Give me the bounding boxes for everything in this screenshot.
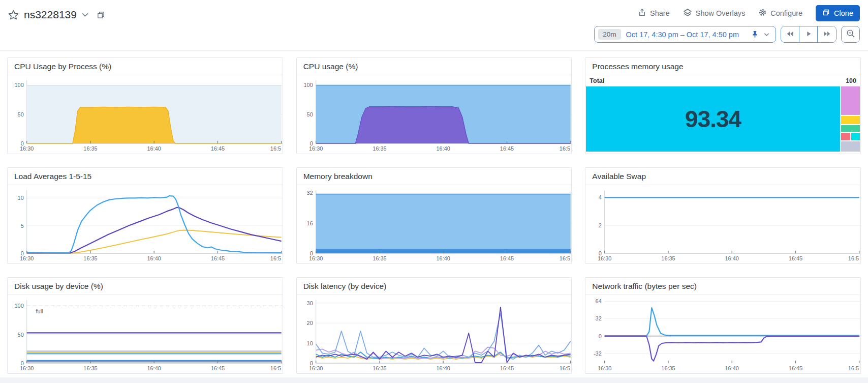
treemap-row [841,116,860,124]
treemap-header: Total 100 [585,75,860,86]
time-range-selector[interactable]: 20m Oct 17, 4:30 pm – Oct 17, 4:50 pm [594,26,776,43]
treemap-cell-proc-d[interactable] [841,133,850,140]
svg-text:16:30: 16:30 [20,255,34,261]
panel-available-swap[interactable]: Available Swap 02416:3016:3516:4016:4516… [585,167,861,264]
svg-text:16:40: 16:40 [725,365,739,371]
svg-text:16:45: 16:45 [211,255,225,261]
treemap-row [841,141,860,152]
gear-icon [758,8,767,18]
chart-disk-latency[interactable]: 010203016:3016:3516:4016:4516:5 [297,295,572,372]
treemap-row [841,86,860,115]
svg-text:32: 32 [596,315,602,321]
time-range-text: Oct 17, 4:30 pm – Oct 17, 4:50 pm [626,31,739,39]
svg-text:16:30: 16:30 [20,365,34,371]
svg-text:16:5: 16:5 [270,365,281,371]
svg-text:16:40: 16:40 [147,145,161,152]
time-play-button[interactable] [799,26,818,42]
treemap-total-label: Total [590,77,604,84]
show-overlays-button[interactable]: Show Overlays [683,8,746,19]
svg-text:16:35: 16:35 [662,255,675,261]
panel-processes-memory-usage[interactable]: Processes memory usage Total 100 93.34 [585,57,861,154]
dashboard-title: ns3228139 [24,9,77,21]
panel-disk-usage-by-device[interactable]: Disk usage by device (%) 050100full16:30… [7,277,283,374]
chart-load-averages[interactable]: 051016:3016:3516:4016:4516:5 [8,185,283,262]
svg-text:16: 16 [306,220,313,226]
panel-title: Network traffic (bytes per sec) [585,278,860,295]
svg-text:100: 100 [15,82,24,88]
time-playback-controls [781,26,836,43]
dashboard-header: ns3228139 Share Show Overlays [0,0,868,51]
svg-text:50: 50 [18,111,24,117]
svg-text:16:35: 16:35 [373,365,386,371]
treemap[interactable]: 93.34 [585,86,860,152]
configure-button[interactable]: Configure [758,8,802,18]
svg-text:16:5: 16:5 [560,365,570,371]
treemap-main-value: 93.34 [685,105,741,133]
svg-text:16:5: 16:5 [848,255,859,261]
treemap-cell-proc-f[interactable] [841,141,860,152]
time-forward-button[interactable] [818,26,836,42]
share-button[interactable]: Share [638,8,670,18]
treemap-cell-proc-a[interactable] [841,86,860,115]
chart-memory-breakdown[interactable]: 0163216:3016:3516:4016:4516:5 [297,185,572,262]
treemap-col [841,86,860,152]
panel-load-averages[interactable]: Load Averages 1-5-15 051016:3016:3516:40… [7,167,283,264]
svg-text:-32: -32 [594,350,602,357]
pin-icon[interactable] [751,31,759,39]
time-back-button[interactable] [781,26,799,42]
treemap-cell-proc-b[interactable] [841,116,860,124]
svg-text:16:40: 16:40 [147,255,161,261]
panel-cpu-usage-by-process[interactable]: CPU Usage by Process (%) 05010016:3016:3… [7,57,283,154]
magnifier-minus-icon [846,29,855,40]
svg-text:100: 100 [15,303,24,309]
svg-text:16:30: 16:30 [20,145,34,152]
panel-memory-breakdown[interactable]: Memory breakdown 0163216:3016:3516:4016:… [296,167,572,264]
treemap-main-cell[interactable]: 93.34 [586,86,840,152]
favorite-star-icon[interactable] [8,10,19,20]
svg-text:16:30: 16:30 [309,365,323,371]
chart-cpu-usage[interactable]: 05010016:3016:3516:4016:4516:5 [297,75,572,153]
svg-text:50: 50 [306,111,313,117]
svg-text:16:5: 16:5 [848,365,859,371]
panel-title: CPU Usage by Process (%) [8,58,283,75]
svg-text:10: 10 [18,195,24,201]
rewind-icon [785,30,795,39]
svg-text:32: 32 [306,190,313,196]
svg-text:16:35: 16:35 [373,145,386,152]
chart-disk-usage-by-device[interactable]: 050100full16:3016:3516:4016:4516:5 [8,295,283,372]
svg-text:16:35: 16:35 [373,255,386,261]
svg-text:50: 50 [18,332,24,338]
svg-text:16:5: 16:5 [560,145,570,152]
clone-button[interactable]: Clone [816,5,860,21]
svg-text:16:30: 16:30 [598,255,611,261]
fast-forward-icon [822,30,832,39]
svg-text:5: 5 [21,223,24,229]
chart-cpu-usage-by-process[interactable]: 05010016:3016:3516:4016:4516:5 [8,75,283,153]
svg-text:16:45: 16:45 [500,145,514,152]
copy-title-icon[interactable] [97,11,105,19]
svg-text:16:45: 16:45 [211,145,225,152]
svg-text:16:45: 16:45 [500,365,514,371]
svg-text:16:40: 16:40 [147,365,161,371]
svg-text:64: 64 [596,298,602,304]
panel-network-traffic[interactable]: Network traffic (bytes per sec) 64320-32… [585,277,861,374]
panel-cpu-usage[interactable]: CPU usage (%) 05010016:3016:3516:4016:45… [296,57,572,154]
clone-icon [822,9,830,18]
treemap-cell-proc-c[interactable] [841,125,860,132]
svg-text:16:45: 16:45 [789,255,802,261]
title-chevron-down-icon[interactable] [82,13,88,17]
svg-text:16:5: 16:5 [270,255,281,261]
panel-title: Disk latency (by device) [297,278,572,295]
time-zoom-out-button[interactable] [841,26,860,43]
svg-text:16:45: 16:45 [789,365,802,371]
svg-text:16:5: 16:5 [560,255,570,261]
svg-text:16:40: 16:40 [436,255,450,261]
panel-disk-latency[interactable]: Disk latency (by device) 010203016:3016:… [296,277,572,374]
chart-network-traffic[interactable]: 64320-3216:3016:3516:4016:4516:5 [585,295,860,372]
svg-text:20: 20 [306,320,313,326]
time-chevron-down-icon[interactable] [764,33,769,37]
treemap-cell-proc-e[interactable] [851,133,860,140]
chart-available-swap[interactable]: 02416:3016:3516:4016:4516:5 [585,185,860,262]
page-bottom-strip [0,377,868,383]
share-icon [638,8,646,18]
